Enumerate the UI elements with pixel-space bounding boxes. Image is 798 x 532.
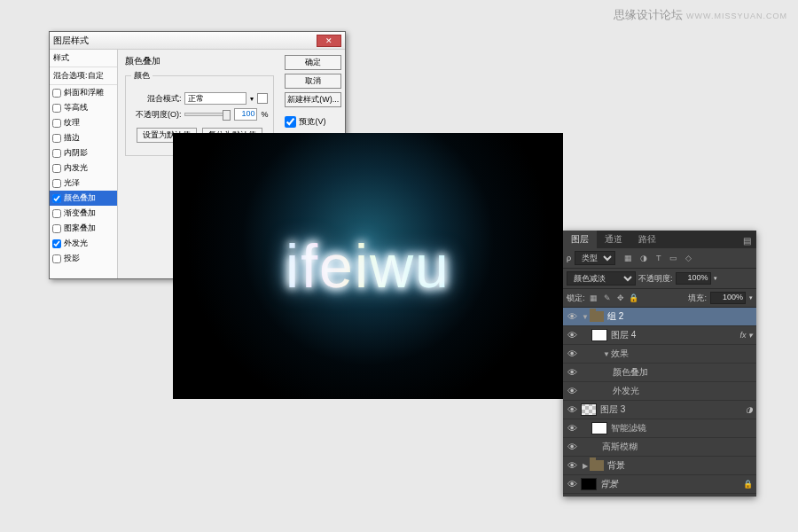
- group-title: 颜色: [131, 70, 153, 82]
- folder-icon: [590, 460, 604, 471]
- style-checkbox[interactable]: [52, 149, 61, 158]
- fill-value[interactable]: 100%: [710, 292, 746, 304]
- lock-icon: 🔒: [743, 480, 753, 489]
- visibility-eye-icon[interactable]: 👁: [563, 460, 581, 471]
- filter-icon[interactable]: ◇: [683, 253, 694, 264]
- lock-label: 锁定:: [567, 293, 585, 304]
- style-row-纹理[interactable]: 纹理: [50, 115, 117, 130]
- style-checkbox[interactable]: [52, 239, 61, 248]
- dialog-title: 图层样式: [53, 35, 317, 47]
- visibility-eye-icon[interactable]: 👁: [563, 404, 581, 415]
- layer-thumb: [591, 422, 607, 434]
- filter-kind-select[interactable]: 类型: [575, 251, 615, 265]
- styles-sidebar: 样式 混合选项:自定 斜面和浮雕等高线纹理描边内阴影内发光光泽颜色叠加渐变叠加图…: [50, 50, 118, 278]
- neon-text: ifeiwu: [286, 231, 450, 301]
- style-row-描边[interactable]: 描边: [50, 130, 117, 145]
- panel-tabs: 图层 通道 路径 ▤: [563, 231, 756, 248]
- section-title: 颜色叠加: [125, 55, 274, 67]
- cancel-button[interactable]: 取消: [285, 74, 341, 89]
- layer-row[interactable]: 👁颜色叠加: [563, 364, 756, 382]
- layer-thumb: [581, 478, 597, 490]
- layers-panel: 图层 通道 路径 ▤ ρ 类型 ▦◑T▭◇ 颜色减淡 不透明度: 100%▾ 锁…: [563, 231, 756, 497]
- visibility-eye-icon[interactable]: 👁: [563, 330, 581, 340]
- style-checkbox[interactable]: [52, 194, 61, 203]
- style-row-斜面和浮雕[interactable]: 斜面和浮雕: [50, 85, 117, 100]
- style-checkbox[interactable]: [52, 89, 61, 98]
- color-swatch[interactable]: [257, 93, 268, 104]
- lock-icon[interactable]: ✎: [602, 293, 613, 302]
- opacity-label: 不透明度:: [638, 273, 673, 285]
- opacity-slider[interactable]: [184, 113, 231, 116]
- folder-icon: [590, 311, 604, 322]
- sidebar-head[interactable]: 样式: [50, 50, 117, 67]
- canvas-preview: ifeiwu: [173, 133, 563, 399]
- lock-icon[interactable]: 🔒: [629, 293, 639, 302]
- new-style-button[interactable]: 新建样式(W)...: [285, 92, 341, 107]
- layer-thumb: [591, 329, 607, 341]
- lock-icon[interactable]: ✥: [615, 293, 626, 302]
- layer-row[interactable]: 👁图层 3◑: [563, 401, 756, 419]
- smart-icon: ◑: [746, 405, 753, 414]
- style-row-内发光[interactable]: 内发光: [50, 160, 117, 176]
- filter-icon[interactable]: ◑: [638, 253, 649, 264]
- fx-badge[interactable]: fx ▾: [739, 331, 753, 340]
- style-checkbox[interactable]: [52, 164, 61, 173]
- watermark: 思缘设计论坛WWW.MISSYUAN.COM: [614, 7, 787, 23]
- style-row-内阴影[interactable]: 内阴影: [50, 145, 117, 160]
- visibility-eye-icon[interactable]: 👁: [563, 311, 581, 322]
- style-checkbox[interactable]: [52, 179, 61, 188]
- style-checkbox[interactable]: [52, 209, 61, 218]
- layer-row[interactable]: 👁背景🔒: [563, 475, 756, 494]
- dialog-titlebar[interactable]: 图层样式 ✕: [50, 32, 345, 50]
- opacity-label: 不透明度(O):: [131, 109, 181, 121]
- layer-thumb: [581, 403, 597, 416]
- visibility-eye-icon[interactable]: 👁: [563, 367, 581, 378]
- style-row-光泽[interactable]: 光泽: [50, 176, 117, 191]
- close-button[interactable]: ✕: [317, 35, 341, 47]
- blend-mode-select[interactable]: 颜色减淡: [567, 271, 636, 286]
- preview-checkbox[interactable]: [285, 116, 296, 128]
- tab-paths[interactable]: 路径: [630, 231, 664, 248]
- visibility-eye-icon[interactable]: 👁: [563, 423, 581, 434]
- style-checkbox[interactable]: [52, 119, 61, 128]
- style-row-投影[interactable]: 投影: [50, 251, 117, 266]
- visibility-eye-icon[interactable]: 👁: [563, 386, 581, 396]
- style-row-外发光[interactable]: 外发光: [50, 236, 117, 251]
- panel-menu-icon[interactable]: ▤: [738, 233, 756, 248]
- layer-row[interactable]: 👁高斯模糊: [563, 438, 756, 457]
- style-checkbox[interactable]: [52, 254, 61, 263]
- layer-row[interactable]: 👁▼组 2: [563, 308, 756, 326]
- filter-icon[interactable]: T: [653, 253, 664, 264]
- blend-label: 混合模式:: [131, 93, 181, 105]
- style-row-图案叠加[interactable]: 图案叠加: [50, 221, 117, 236]
- layer-row[interactable]: 👁▼效果: [563, 345, 756, 364]
- opacity-value[interactable]: 100%: [676, 272, 711, 285]
- visibility-eye-icon[interactable]: 👁: [563, 442, 581, 452]
- lock-icon[interactable]: ▦: [589, 293, 599, 302]
- style-row-渐变叠加[interactable]: 渐变叠加: [50, 206, 117, 221]
- visibility-eye-icon[interactable]: 👁: [563, 348, 581, 359]
- style-checkbox[interactable]: [52, 104, 61, 113]
- sidebar-sub[interactable]: 混合选项:自定: [50, 67, 117, 85]
- blend-mode-select[interactable]: 正常: [184, 92, 246, 105]
- filter-icon[interactable]: ▦: [622, 253, 634, 264]
- style-row-颜色叠加[interactable]: 颜色叠加: [50, 191, 117, 206]
- layer-row[interactable]: 👁▶背景: [563, 457, 756, 475]
- tab-layers[interactable]: 图层: [563, 231, 597, 248]
- layer-row[interactable]: 👁外发光: [563, 382, 756, 401]
- opacity-value[interactable]: 100: [234, 108, 257, 121]
- style-checkbox[interactable]: [52, 224, 61, 233]
- fill-label: 填充:: [688, 293, 707, 304]
- style-row-等高线[interactable]: 等高线: [50, 100, 117, 115]
- ok-button[interactable]: 确定: [285, 55, 341, 70]
- preview-label: 预览(V): [299, 116, 325, 128]
- layer-row[interactable]: 👁图层 4fx ▾: [563, 326, 756, 345]
- visibility-eye-icon[interactable]: 👁: [563, 479, 581, 489]
- style-checkbox[interactable]: [52, 134, 61, 143]
- layer-row[interactable]: 👁智能滤镜: [563, 419, 756, 438]
- filter-icon[interactable]: ▭: [668, 253, 679, 264]
- tab-channels[interactable]: 通道: [597, 231, 630, 248]
